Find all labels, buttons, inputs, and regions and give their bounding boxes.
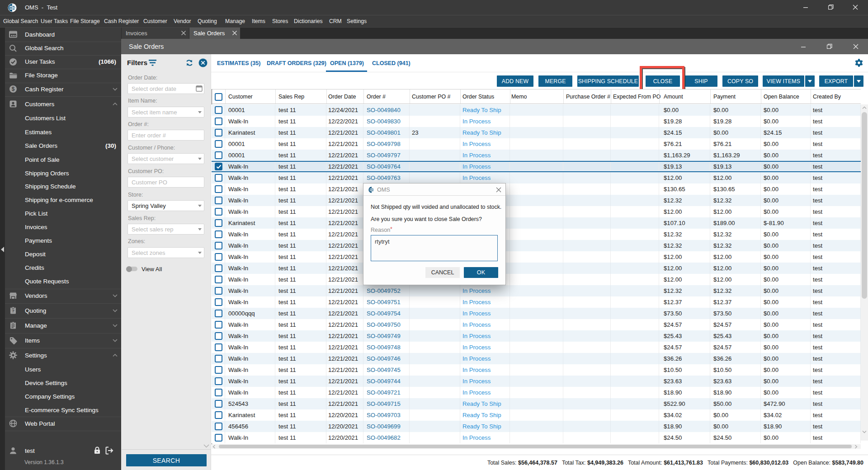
svg-text:$: $	[12, 86, 15, 92]
svg-text:?: ?	[12, 308, 14, 313]
